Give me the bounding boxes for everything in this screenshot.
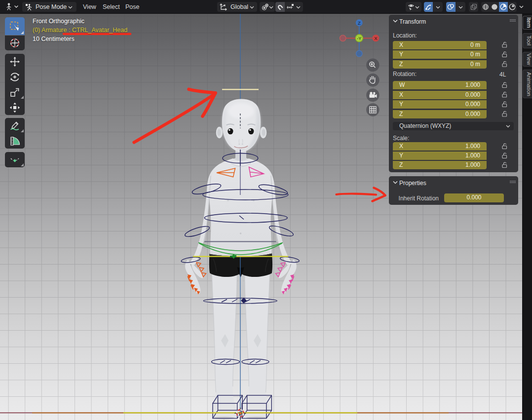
svg-text:Z: Z (358, 20, 361, 26)
svg-text:-Y: -Y (357, 36, 361, 41)
svg-text:X: X (374, 36, 378, 41)
